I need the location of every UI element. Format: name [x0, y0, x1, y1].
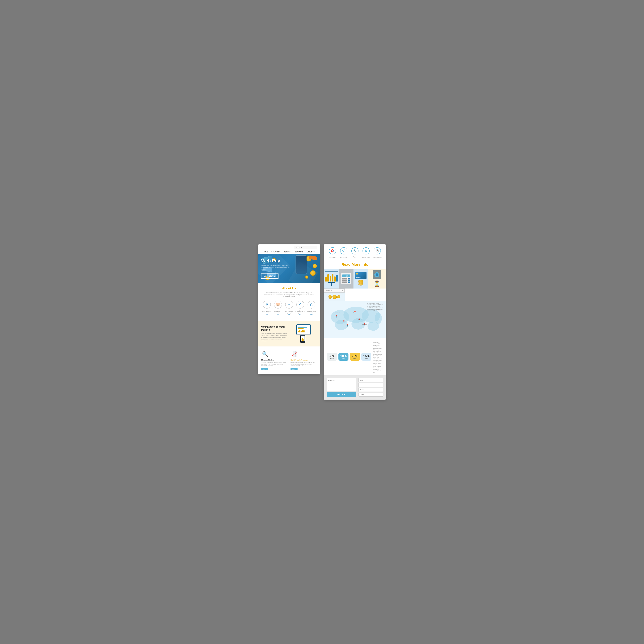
search-area — [324, 289, 345, 301]
stat-badge-1: 39% dolor sit — [327, 353, 337, 361]
stat-label-1: dolor sit — [330, 358, 334, 359]
nav-solutions[interactable]: SOLUTIONS — [270, 251, 282, 253]
map-pin-6: 📍 — [346, 324, 349, 327]
chart-cell — [324, 269, 339, 289]
calculator-visual: 3,14 — [341, 273, 351, 284]
name-input[interactable] — [358, 383, 383, 387]
pen-icon-circle: ✏ — [285, 301, 293, 309]
effective-strategy-title: Effective Strategy — [261, 359, 274, 361]
search-finance-row — [324, 289, 386, 301]
settings-icon: ⚙ — [363, 247, 370, 254]
calc-display: 3,14 — [342, 274, 350, 277]
nav-services[interactable]: SERVICES — [282, 251, 293, 253]
right-search-icon — [341, 289, 343, 292]
safe-cell: ⏳ — [368, 269, 386, 289]
chart-leg — [331, 283, 332, 286]
hero-content: Web Pay Excepteur sint occaecat cupidata… — [261, 258, 317, 279]
about-section: About Us Ut enim ad minim veniam, quis n… — [258, 283, 320, 321]
icon-col-3: ✏ Lorem ipsum dolor sit amet consectetur… — [284, 301, 294, 315]
header: HOME | SOLUTIONS | SERVICES | CONTACTS |… — [258, 244, 320, 254]
stats-section: 39% dolor sit 18% lorem 28% ipsum 15% mi… — [324, 338, 386, 375]
coins-pile-2 — [328, 295, 340, 299]
more-link-5[interactable]: more — [310, 314, 313, 315]
piggy-icon-circle: 🐷 — [274, 301, 282, 309]
svg-line-1 — [315, 248, 316, 248]
icon-col-4: ↺ Excepteur sint occaecat cupidatat non … — [295, 301, 305, 315]
email-input[interactable] — [358, 378, 383, 382]
chart-stand — [328, 282, 335, 283]
stats-description: Lorem ipsum dolor sit ut consectetur adi… — [373, 340, 383, 373]
opt-desc: Lorem ipsum dolor sit amet, consectetur … — [261, 333, 288, 342]
stat-badge-3: 28% ipsum — [350, 353, 360, 361]
stat-pct-1: 39% — [329, 354, 335, 358]
stat-pct-4: 15% — [363, 354, 370, 358]
svg-point-2 — [341, 290, 342, 291]
safe-visual — [373, 270, 381, 279]
search-bar-wrapper — [261, 246, 317, 249]
svg-point-10 — [375, 312, 382, 324]
phone-device — [300, 335, 305, 343]
icon-col-5: ⚖ Ut enim ad minim veniam quis nostrud e… — [306, 301, 317, 315]
service-icon-3: 🔧 Lorem ipsum dolor sit amet — [350, 247, 360, 258]
search-bar[interactable] — [294, 246, 317, 249]
right-search-input[interactable] — [326, 290, 341, 291]
search-input[interactable] — [295, 247, 314, 248]
safe-inner — [376, 273, 378, 276]
sign-in-button-left[interactable]: Sign In — [261, 368, 268, 370]
nav-contacts[interactable]: CONTACTS — [293, 251, 305, 253]
map-pin-1: 📍 — [335, 315, 338, 318]
map-section: 📍 📍 📍 📍 📍 📍 consectetur Lorem ipsum dolo… — [324, 301, 386, 338]
svg-line-3 — [342, 291, 343, 292]
credit-card-visual: 7345 8901 4213 4471 JOHN SMITT — [355, 272, 367, 279]
target-icon: 🎯 — [329, 247, 336, 254]
service-icons-row: 🎯 Lorem ipsum dolor sit amet consectetur… — [324, 244, 386, 261]
strategy-section: 🔍 Effective Strategy Ut enim ad minim ve… — [258, 346, 320, 374]
join-now-button[interactable]: JOIN NOW ▷ — [261, 273, 278, 279]
wrench-icon: 🔧 — [351, 247, 358, 254]
finance-grid: 3,14 — [324, 269, 386, 289]
more-link-3[interactable]: more — [288, 314, 290, 315]
sign-in-button-right[interactable]: Sign In — [291, 368, 298, 370]
page-left: HOME | SOLUTIONS | SERVICES | CONTACTS |… — [258, 244, 320, 374]
opt-devices — [290, 324, 317, 343]
right-finance-additional — [345, 289, 386, 301]
strategy-left: 🔍 Effective Strategy Ut enim ad minim ve… — [261, 350, 288, 370]
strategy-growth-icon: 📈 — [291, 350, 298, 358]
surname-input[interactable] — [358, 388, 383, 392]
read-more-section: Read More Info — [324, 261, 386, 269]
icon-col-1: ⚙ Ut enim ad minim veniam, quis nostrud … — [262, 301, 272, 315]
stat-label-2: lorem — [342, 358, 345, 359]
hero-subtitle: Excepteur sint occaecat cupidatat non pr… — [261, 265, 290, 271]
about-title: About Us — [261, 287, 317, 290]
map-side-text: Lorem ipsum dolor sit amet, consectetur … — [367, 303, 384, 312]
more-link-2[interactable]: more — [277, 314, 279, 315]
more-link-4[interactable]: more — [299, 314, 301, 315]
nav-home[interactable]: HOME — [262, 251, 270, 253]
search-icon — [314, 246, 316, 248]
comments-textarea[interactable] — [327, 378, 356, 391]
stat-pct-3: 28% — [352, 354, 358, 358]
right-search-bar[interactable] — [324, 289, 345, 293]
join-now-button-contact[interactable]: Join Now! — [327, 392, 356, 397]
finance-extra — [324, 293, 345, 301]
rapid-growth-title: Rapid Growth Company — [291, 359, 308, 361]
service-icon-2: 🛡 Duis aute irure dolor in reprehenderit — [339, 247, 349, 258]
page-right: 🎯 Lorem ipsum dolor sit amet consectetur… — [324, 244, 386, 400]
phone-input[interactable] — [358, 393, 383, 397]
scale-icon-circle: ⚖ — [308, 301, 315, 309]
contact-section: Join Now! — [324, 375, 386, 400]
service-icon-1: 🎯 Lorem ipsum dolor sit amet consectetur — [328, 247, 338, 258]
opt-text: Optimization on Other Devices Lorem ipsu… — [261, 325, 288, 342]
hero-section: Web Pay Excepteur sint occaecat cupidata… — [258, 254, 320, 283]
opt-title: Optimization on Other Devices — [261, 325, 288, 331]
hero-title: Web Pay — [261, 258, 317, 263]
service-icon-4: ⚙ Excepteur sint occaecat cupidatat — [361, 247, 371, 258]
read-more-title[interactable]: Read More Info — [341, 262, 368, 267]
hourglass-icon: ⏳ — [373, 280, 381, 287]
chart-bars — [325, 273, 338, 281]
more-link-1[interactable]: more — [266, 314, 268, 315]
strategy-search-icon: 🔍 — [261, 350, 269, 358]
nav-about[interactable]: ABOUT US — [305, 251, 316, 253]
coins-pile — [358, 280, 364, 286]
shield-icon: 🛡 — [340, 247, 347, 254]
